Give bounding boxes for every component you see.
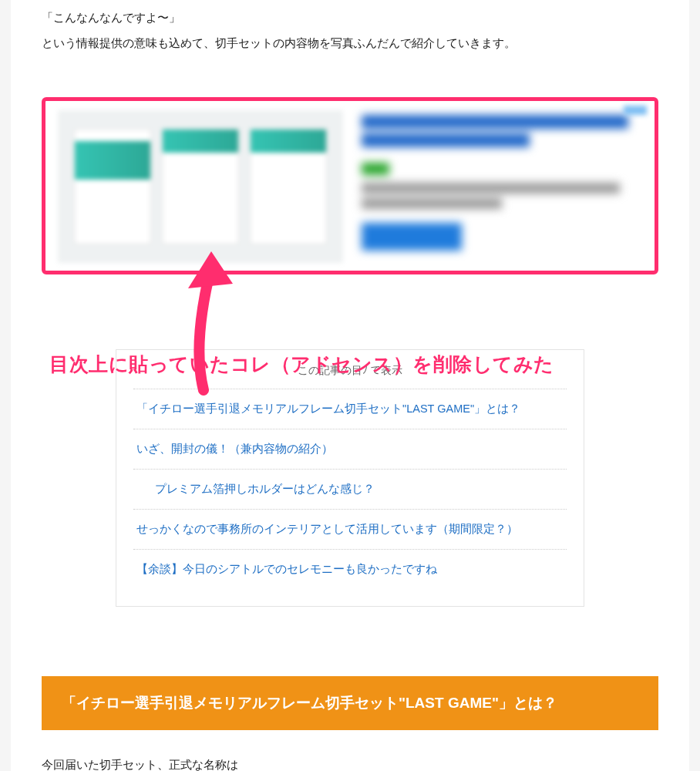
article-body: 「こんなんなんですよ〜」 という情報提供の意味も込めて、切手セットの内容物を写真… [11, 0, 689, 771]
toc-link[interactable]: 【余談】今日のシアトルでのセレモニーも良かったですね [136, 563, 437, 575]
body-paragraph: 今回届いた切手セット、正式な名称は [42, 752, 658, 771]
annotation-text: 目次上に貼っていたコレ（アドセンス）を削除してみた [49, 352, 658, 377]
ad-button [362, 223, 462, 251]
ad-thumbnail-image [58, 110, 343, 263]
ad-text-area [362, 110, 642, 251]
toc-item: 「イチロー選手引退メモリアルフレーム切手セット"LAST GAME"」とは？ [133, 389, 567, 429]
intro-line-1: 「こんなんなんですよ〜」 [42, 5, 658, 30]
toc-item: せっかくなので事務所のインテリアとして活用しています（期間限定？） [133, 509, 567, 549]
toc-item: いざ、開封の儀！（兼内容物の紹介） [133, 429, 567, 469]
toc-item: 【余談】今日のシアトルでのセレモニーも良かったですね [133, 549, 567, 589]
intro-line-2: という情報提供の意味も込めて、切手セットの内容物を写真ふんだんで紹介していきます… [42, 30, 658, 56]
toc-link[interactable]: せっかくなので事務所のインテリアとして活用しています（期間限定？） [136, 523, 518, 535]
toc-link[interactable]: 「イチロー選手引退メモリアルフレーム切手セット"LAST GAME"」とは？ [136, 402, 520, 415]
removed-adsense-block [42, 97, 658, 274]
toc-link[interactable]: いざ、開封の儀！（兼内容物の紹介） [136, 443, 333, 455]
toc-link[interactable]: プレミアム箔押しホルダーはどんな感じ？ [136, 482, 375, 497]
ad-info-icon [624, 106, 647, 115]
toc-item: プレミアム箔押しホルダーはどんな感じ？ [133, 469, 567, 509]
table-of-contents: この記事の目ﾉ で表示 「イチロー選手引退メモリアルフレーム切手セット"LAST… [116, 349, 584, 607]
intro-paragraph: 「こんなんなんですよ〜」 という情報提供の意味も込めて、切手セットの内容物を写真… [42, 0, 658, 56]
section-heading: 「イチロー選手引退メモリアルフレーム切手セット"LAST GAME"」とは？ [42, 676, 658, 730]
toc-list: 「イチロー選手引退メモリアルフレーム切手セット"LAST GAME"」とは？ い… [133, 389, 567, 589]
